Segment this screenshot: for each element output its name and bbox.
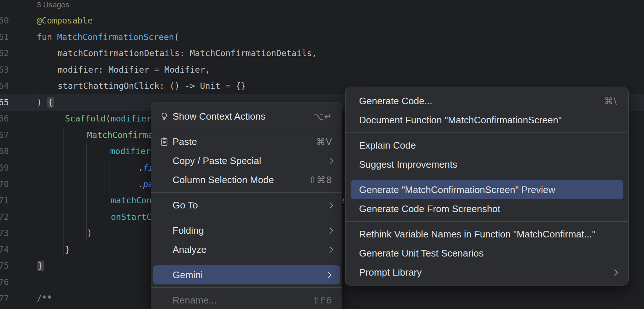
menu-item-analyze[interactable]: Analyze [151,240,342,259]
code-text: } [65,241,70,258]
usages-hint-line: 3 Usages [0,0,644,13]
code-text: fun MatchConfirmationScreen( [37,29,179,46]
menu-item-paste[interactable]: Paste⌘V [151,132,342,151]
menu-item-generate-unit-test-scenarios[interactable]: Generate Unit Test Scenarios [345,244,628,263]
menu-separator [151,129,342,129]
line-number: 60 [0,12,9,29]
code-line: 60@Composable [0,12,644,29]
code-token: . [138,179,143,189]
code-token: ) [87,228,92,238]
menu-item-folding[interactable]: Folding [151,221,342,240]
line-number: 66 [0,110,9,127]
ide-window: 3 Usages60@Composable61fun MatchConfirma… [0,0,644,309]
menu-shortcut: ⇧F6 [312,295,332,306]
menu-separator [345,132,628,133]
code-line: 63modifier: Modifier = Modifier, [0,62,644,78]
icon-placeholder [159,226,169,236]
code-token: } [65,245,70,254]
menu-item-column-selection-mode[interactable]: Column Selection Mode⇧⌘8 [151,170,342,189]
line-number: 77 [0,290,9,307]
menu-separator [151,218,342,218]
menu-item-generate-preview[interactable]: Generate "MatchConfirmationScreen" Previ… [351,180,623,199]
code-text: matchConfirmationDetails: MatchConfirmat… [58,45,317,62]
menu-item-go-to[interactable]: Go To [151,196,342,215]
menu-shortcut: ⌥↵ [313,111,332,122]
submenu-arrow-icon [326,227,333,234]
menu-item-suggest-improvements[interactable]: Suggest Improvements [345,155,628,174]
menu-item-label: Column Selection Mode [173,174,274,186]
code-token: ( [106,114,111,123]
code-token: /** [37,294,52,303]
line-number: 63 [0,62,9,78]
menu-item-label: Go To [173,200,198,211]
code-text: ) [87,225,92,241]
line-number: 73 [0,225,9,241]
line-number: 68 [0,143,9,160]
submenu-arrow-icon [325,272,331,278]
code-token: @Composable [37,16,93,25]
code-token: fun [37,32,57,42]
icon-placeholder [159,270,169,280]
code-token: } [37,261,44,271]
menu-item-label: Document Function "MatchConfirmationScre… [359,114,562,126]
menu-item-generate-code[interactable]: Generate Code...⌘\ [345,91,628,110]
icon-placeholder [159,295,169,305]
code-token: . [138,163,143,172]
menu-item-label: Generate "MatchConfirmationScreen" Previ… [359,184,555,196]
usages-hint[interactable]: 3 Usages [37,0,69,13]
menu-item-label: Rename... [173,295,217,306]
icon-placeholder [159,200,169,210]
line-number: 76 [0,274,9,291]
menu-shortcut: ⌘V [316,137,332,147]
lightbulb-icon [159,112,169,121]
menu-item-prompt-library[interactable]: Prompt Library [345,263,628,282]
line-number: 65 [0,94,9,111]
code-text: @Composable [37,12,93,29]
code-text: modifier: Modifier = Modifier, [58,62,210,78]
code-token: modifier [110,146,151,156]
menu-item-label: Folding [173,225,204,236]
menu-item-rethink-variable-names[interactable]: Rethink Variable Names in Function "Matc… [345,225,628,244]
code-token: startChattingOnClick: () -> Unit = {} [58,81,246,91]
gemini-submenu: Generate Code...⌘\Document Function "Mat… [345,87,629,286]
code-text: startChattingOnClick: () -> Unit = {} [58,78,246,94]
menu-separator [151,192,342,193]
icon-placeholder [159,175,169,185]
menu-item-show-context-actions[interactable]: Show Context Actions⌥↵ [151,107,342,126]
menu-item-label: Gemini [173,269,203,281]
menu-separator [151,287,342,288]
menu-item-label: Show Context Actions [173,111,265,122]
menu-item-label: Generate Code... [359,95,432,107]
code-token: 3 Usages [37,0,69,9]
code-text: } [37,258,44,274]
line-number: 74 [0,241,9,258]
line-number: 70 [0,176,9,193]
menu-item-label: Paste [173,136,197,148]
doc-comment-fragment: n screen, including the matched profiles… [343,306,603,309]
code-token: { [47,97,54,108]
line-number: 64 [0,78,9,94]
menu-separator [345,177,628,177]
menu-item-label: Explain Code [359,140,416,151]
icon-placeholder [159,156,169,166]
menu-item-label: Prompt Library [359,267,422,278]
menu-item-copy-paste-special[interactable]: Copy / Paste Special [151,151,342,170]
submenu-arrow-icon [326,202,333,208]
code-token: matchConfirmationDetails: MatchConfirmat… [58,48,317,58]
code-token: modifier: Modifier = Modifier, [58,65,210,74]
menu-separator [151,262,342,262]
clipboard-icon [159,137,169,147]
code-token: ) [37,98,47,107]
context-menu: Show Context Actions⌥↵Paste⌘VCopy / Past… [151,102,342,309]
line-number: 72 [0,209,9,225]
line-number: 75 [0,258,9,274]
menu-item-document-function[interactable]: Document Function "MatchConfirmationScre… [345,110,628,130]
menu-item-rename[interactable]: Rename...⇧F6 [151,291,342,309]
code-token: MatchConfirmationScreen [57,32,174,42]
code-line: 62matchConfirmationDetails: MatchConfirm… [0,45,644,62]
submenu-arrow-icon [326,246,333,253]
menu-item-gemini[interactable]: Gemini [153,265,340,284]
menu-item-generate-code-from-screenshot[interactable]: Generate Code From Screenshot [345,199,628,218]
menu-item-label: Suggest Improvements [359,159,457,170]
menu-item-explain-code[interactable]: Explain Code [345,136,628,155]
